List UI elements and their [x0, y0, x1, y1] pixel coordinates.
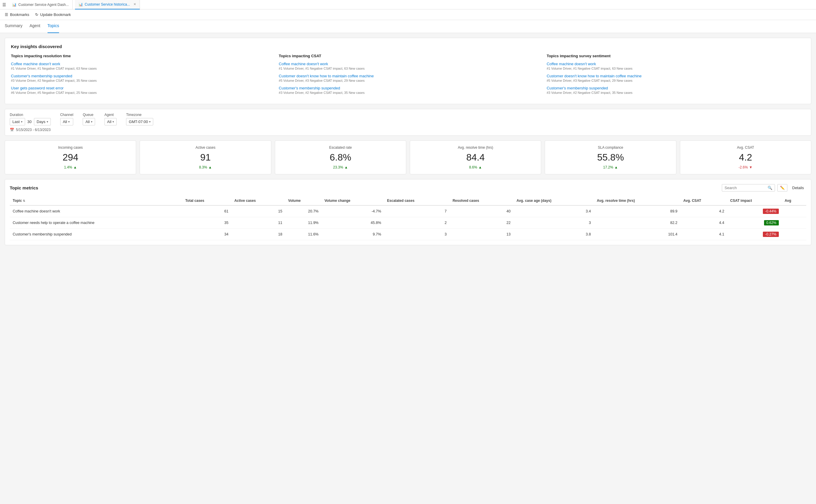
details-button[interactable]: Details [790, 184, 806, 191]
insights-title: Key insights discovered [11, 44, 805, 49]
kpi-change-4: 17.2% ▲ [550, 165, 671, 169]
main-nav: Summary Agent Topics [0, 20, 816, 33]
kpi-value-3: 84.4 [415, 152, 536, 163]
topic-search-box[interactable]: 🔍 [722, 184, 775, 192]
duration-prefix-select[interactable]: Last ▾ [10, 118, 25, 125]
insight-link-3-3[interactable]: Customer's membership suspended [547, 86, 805, 90]
insight-meta-2-1: #1 Volume Driver, #1 Negative CSAT impac… [279, 67, 537, 70]
nav-tab-topics[interactable]: Topics [48, 20, 59, 33]
cell-avg-2 [782, 229, 806, 240]
duration-label: Duration [10, 113, 51, 117]
kpi-change-0: 1.4% ▲ [10, 165, 131, 169]
update-bookmark-button[interactable]: ↻ Update Bookmark [35, 12, 71, 17]
arrow-up-icon: ▲ [478, 165, 482, 169]
bookmarks-menu[interactable]: ☰ Bookmarks [5, 12, 29, 17]
insight-link-1-3[interactable]: User gets password reset error [11, 86, 269, 90]
col-escalated-cases: Escalated cases [384, 196, 450, 205]
col-avg-case-age: Avg. case age (days) [514, 196, 594, 205]
kpi-label-5: Avg. CSAT [685, 145, 806, 150]
tab-historical[interactable]: 📊 Customer Service historica... ✕ [75, 0, 140, 9]
tab-close-button[interactable]: ✕ [133, 2, 136, 6]
filter-duration: Duration Last ▾ 30 Days ▾ [10, 113, 51, 125]
kpi-label-3: Avg. resolve time (hrs) [415, 145, 536, 150]
arrow-up-icon: ▲ [208, 165, 212, 169]
insight-meta-1-3: #6 Volume Driver, #5 Negative CSAT impac… [11, 91, 269, 94]
kpi-change-3: 8.6% ▲ [415, 165, 536, 169]
cell-case-age-1: 3 [514, 217, 594, 229]
kpi-label-2: Escalated rate [280, 145, 401, 150]
table-row: Customer needs help to operate a coffee … [10, 217, 806, 229]
filter-agent: Agent All ▾ [104, 113, 117, 125]
insight-link-1-2[interactable]: Customer's membership suspended [11, 74, 269, 78]
col-active-cases: Active cases [231, 196, 285, 205]
topic-metrics-table: Topic ⇅ Total cases Active cases Volume … [10, 196, 806, 240]
cell-case-age-0: 3.4 [514, 205, 594, 217]
kpi-value-0: 294 [10, 152, 131, 163]
kpi-label-0: Incoming cases [10, 145, 131, 150]
cell-escalated-0: 7 [384, 205, 450, 217]
edit-icon-button[interactable]: ✏️ [777, 184, 787, 192]
insight-link-3-2[interactable]: Customer doesn't know how to maintain co… [547, 74, 805, 78]
kpi-resolve-time: Avg. resolve time (hrs) 84.4 8.6% ▲ [410, 140, 541, 174]
cell-volume-0: 20.7% [285, 205, 321, 217]
chevron-down-icon: ▾ [91, 120, 92, 123]
kpi-change-2: 23.3% ▲ [280, 165, 401, 169]
kpi-change-5: -2.6% ▼ [685, 165, 806, 169]
arrow-up-icon: ▲ [614, 165, 618, 169]
arrow-up-icon: ▲ [344, 165, 348, 169]
insight-meta-2-3: #3 Volume Driver, #2 Negative CSAT impac… [279, 91, 537, 94]
col-total-cases: Total cases [182, 196, 231, 205]
agent-select[interactable]: All ▾ [104, 118, 117, 125]
insights-col-resolution: Topics impacting resolution time Coffee … [11, 54, 269, 98]
bookmarks-bar: ☰ Bookmarks ↻ Update Bookmark [0, 9, 816, 20]
cell-avg-1 [782, 217, 806, 229]
hamburger-icon[interactable]: ☰ [2, 2, 6, 7]
insights-col-sentiment: Topics impacting survey sentiment Coffee… [547, 54, 805, 98]
metrics-title: Topic metrics [10, 185, 38, 190]
kpi-row: Incoming cases 294 1.4% ▲ Active cases 9… [5, 140, 811, 174]
timezone-label: Timezone [126, 113, 153, 117]
date-range: 📅 5/15/2023 - 6/13/2023 [10, 128, 806, 132]
insight-link-2-2[interactable]: Customer doesn't know how to maintain co… [279, 74, 537, 78]
insight-link-2-3[interactable]: Customer's membership suspended [279, 86, 537, 90]
insight-link-1-1[interactable]: Coffee machine doesn't work [11, 62, 269, 66]
insight-meta-1-2: #3 Volume Driver, #2 Negative CSAT impac… [11, 79, 269, 82]
chevron-down-icon: ▾ [21, 120, 22, 123]
filter-queue: Queue All ▾ [83, 113, 95, 125]
arrow-down-icon: ▼ [749, 165, 753, 169]
chevron-down-icon: ▾ [149, 120, 151, 123]
timezone-select[interactable]: GMT-07:00 ▾ [126, 118, 153, 125]
cell-csat-impact-0: -0.44% [727, 205, 782, 217]
col-volume: Volume [285, 196, 321, 205]
insight-link-2-1[interactable]: Coffee machine doesn't work [279, 62, 537, 66]
nav-tab-summary[interactable]: Summary [5, 20, 22, 33]
insight-link-3-1[interactable]: Coffee machine doesn't work [547, 62, 805, 66]
cell-volume-change-2: 9.7% [321, 229, 384, 240]
filter-timezone: Timezone GMT-07:00 ▾ [126, 113, 153, 125]
kpi-change-1: 8.3% ▲ [145, 165, 266, 169]
sort-icon[interactable]: ⇅ [23, 199, 25, 202]
csat-badge-0: -0.44% [763, 209, 779, 214]
kpi-label-4: SLA compliance [550, 145, 671, 150]
cell-volume-change-1: 45.8% [321, 217, 384, 229]
cell-active-cases-0: 15 [231, 205, 285, 217]
cell-csat-impact-2: -0.27% [727, 229, 782, 240]
cell-resolved-1: 22 [450, 217, 514, 229]
nav-tab-agent[interactable]: Agent [30, 20, 40, 33]
channel-select[interactable]: All ▾ [60, 118, 73, 125]
chevron-down-icon: ▾ [68, 120, 70, 123]
cell-case-age-2: 3.8 [514, 229, 594, 240]
insights-grid: Topics impacting resolution time Coffee … [11, 54, 805, 98]
kpi-label-1: Active cases [145, 145, 266, 150]
cell-volume-2: 11.6% [285, 229, 321, 240]
duration-unit-select[interactable]: Days ▾ [34, 118, 51, 125]
kpi-value-5: 4.2 [685, 152, 806, 163]
tab-agent-dashboard[interactable]: 📊 Customer Service Agent Dash... [9, 0, 73, 9]
queue-label: Queue [83, 113, 95, 117]
search-input[interactable] [725, 186, 766, 190]
col-avg: Avg [782, 196, 806, 205]
cell-resolved-0: 40 [450, 205, 514, 217]
queue-select[interactable]: All ▾ [83, 118, 95, 125]
csat-badge-1: 0.62% [764, 220, 779, 225]
insights-card: Key insights discovered Topics impacting… [5, 38, 811, 104]
